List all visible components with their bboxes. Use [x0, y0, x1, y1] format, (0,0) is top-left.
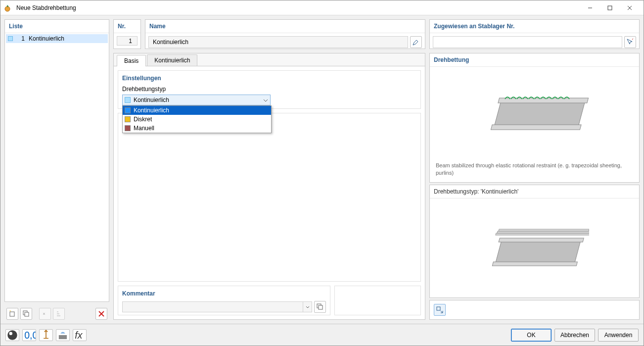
type-selected: Kontinuierlich	[134, 97, 169, 103]
comment-library-button[interactable]	[314, 301, 326, 313]
preview-image-2	[430, 198, 639, 297]
window-title: Neue Stabdrehbettung	[16, 4, 580, 11]
preview-header-2: Drehbettungstyp: 'Kontinuierlich'	[430, 185, 639, 198]
assigned-input[interactable]	[433, 36, 622, 48]
list-panel: Liste 1 Kontinuierlich	[4, 19, 109, 302]
tab-kontinuierlich[interactable]: Kontinuierlich	[147, 54, 197, 66]
name-panel: Name Kontinuierlich	[145, 19, 425, 49]
nr-panel: Nr. 1	[113, 19, 141, 49]
svg-rect-22	[437, 307, 440, 310]
preview-image-1	[430, 67, 639, 160]
name-header: Name	[145, 20, 425, 33]
help-button[interactable]	[5, 329, 19, 341]
pick-assigned-button[interactable]	[624, 36, 636, 48]
svg-text:fx: fx	[75, 329, 83, 340]
svg-rect-15	[491, 125, 581, 130]
preview-action-button[interactable]	[434, 304, 446, 316]
nr-header: Nr.	[114, 20, 140, 33]
assigned-panel: Zugewiesen an Stablager Nr.	[429, 19, 640, 49]
maximize-button[interactable]	[600, 1, 620, 15]
settings-panel: Einstellungen Drehbettungstyp Kontinuier…	[118, 70, 421, 109]
option-color-swatch	[125, 125, 131, 131]
preview-description-1: Beam stabilized through elastic rotation…	[430, 160, 639, 183]
option-color-swatch	[125, 107, 131, 113]
type-color-swatch	[125, 97, 131, 103]
preview-header-1: Drehbettung	[430, 53, 639, 67]
list-item[interactable]: 1 Kontinuierlich	[6, 34, 108, 43]
type-label: Drehbettungstyp	[122, 86, 416, 93]
list-item-number: 1	[17, 35, 25, 42]
svg-rect-18	[492, 262, 577, 266]
name-input[interactable]: Kontinuierlich	[148, 36, 408, 48]
svg-rect-12	[319, 305, 322, 309]
list-item-label: Kontinuierlich	[29, 35, 64, 42]
tool-button-3[interactable]: fx	[73, 329, 87, 341]
edit-name-button[interactable]	[410, 36, 422, 48]
svg-rect-26	[59, 335, 67, 339]
svg-point-24	[9, 332, 13, 335]
svg-rect-20	[497, 231, 589, 233]
tab-basis[interactable]: Basis	[117, 55, 146, 66]
svg-line-10	[632, 39, 633, 40]
copy-item-button[interactable]	[20, 308, 32, 320]
comment-header: Kommentar	[122, 290, 326, 297]
list-item-color	[8, 36, 13, 41]
main-panel: Basis Kontinuierlich Einstellungen Drehb…	[113, 53, 425, 320]
comment-input[interactable]	[123, 302, 303, 312]
preview-toolbar	[429, 300, 640, 320]
minimize-button[interactable]	[580, 1, 600, 15]
settings-header: Einstellungen	[122, 75, 416, 82]
tool-button-2[interactable]	[56, 329, 70, 341]
option-label: Kontinuierlich	[134, 107, 169, 114]
svg-rect-2	[608, 6, 612, 10]
svg-rect-13	[494, 101, 585, 126]
new-item-button[interactable]	[6, 308, 18, 320]
edit-item-button[interactable]	[39, 308, 51, 320]
svg-rect-17	[499, 238, 584, 242]
preview-panel-1: Drehbettung Be	[429, 53, 640, 183]
option-color-swatch	[125, 116, 131, 122]
comment-panel: Kommentar	[118, 286, 330, 315]
chevron-down-icon	[263, 97, 268, 103]
option-label: Manuell	[134, 125, 154, 132]
assigned-header: Zugewiesen an Stablager Nr.	[430, 20, 639, 33]
type-combobox[interactable]: Kontinuierlich Kontinuierlich Diskret	[122, 95, 271, 105]
svg-text:0,00: 0,00	[24, 329, 36, 340]
svg-rect-19	[495, 233, 589, 235]
ok-button[interactable]: OK	[511, 329, 552, 342]
comment-dropdown-button[interactable]	[303, 302, 312, 312]
svg-rect-7	[25, 312, 29, 316]
preview-panel-2: Drehbettungstyp: 'Kontinuierlich'	[429, 185, 640, 298]
apply-button[interactable]: Anwenden	[598, 329, 639, 342]
close-button[interactable]	[620, 1, 640, 15]
cancel-button[interactable]: Abbrechen	[554, 329, 595, 342]
svg-rect-5	[10, 312, 14, 316]
titlebar: Neue Stabdrehbettung	[0, 0, 644, 15]
type-dropdown: Kontinuierlich Diskret Manuell	[122, 105, 272, 133]
delete-item-button[interactable]	[95, 308, 107, 320]
app-icon	[4, 4, 12, 12]
list-body: 1 Kontinuierlich	[5, 33, 109, 301]
dropdown-option[interactable]: Manuell	[123, 124, 271, 133]
svg-point-23	[7, 330, 17, 340]
tabs: Basis Kontinuierlich	[114, 53, 425, 66]
svg-rect-16	[495, 241, 580, 263]
svg-rect-14	[498, 98, 588, 103]
list-header: Liste	[5, 20, 109, 33]
dropdown-option[interactable]: Diskret	[123, 115, 271, 124]
units-button[interactable]: 0,00	[22, 329, 36, 341]
svg-rect-21	[499, 229, 589, 231]
bottom-toolbar: 0,00 fx OK Abbrechen Anwenden	[0, 324, 644, 346]
dropdown-option[interactable]: Kontinuierlich	[123, 106, 271, 115]
nr-value[interactable]: 1	[117, 36, 138, 46]
tool-button-1[interactable]	[39, 329, 53, 341]
sort-button[interactable]	[53, 308, 65, 320]
list-toolbar	[4, 306, 109, 320]
option-label: Diskret	[134, 116, 152, 123]
empty-panel	[334, 286, 421, 315]
empty-area	[118, 113, 421, 282]
